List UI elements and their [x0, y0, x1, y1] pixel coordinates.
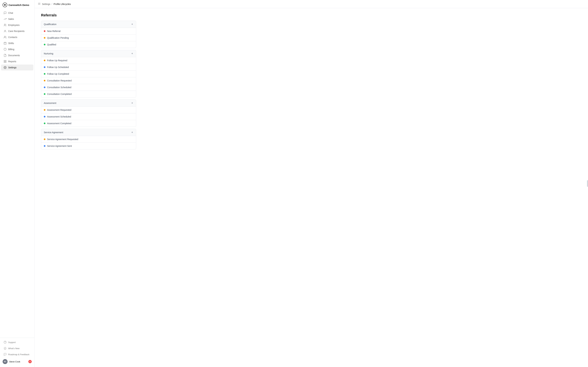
list-item[interactable]: Assessment Requested — [41, 107, 136, 113]
status-dot — [44, 116, 45, 117]
section-add-button-assessment[interactable]: + — [131, 101, 133, 105]
sidebar-item-documents[interactable]: Documents — [1, 52, 33, 58]
sidebar-item-care-recipients-label: Care Recipients — [8, 30, 25, 33]
billing-icon — [4, 48, 7, 51]
main-content: Settings / Profile Lifecycles Referrals … — [35, 0, 588, 367]
status-item-label: Service Agreement Requested — [47, 138, 78, 141]
list-item[interactable]: Follow Up Completed — [41, 71, 136, 77]
status-item-label: Consultation Scheduled — [47, 86, 71, 89]
sidebar-item-roadmap[interactable]: Roadmap & Feedback — [1, 351, 33, 357]
sidebar-item-reports[interactable]: Reports — [1, 58, 33, 64]
sidebar-bottom: Support What's New Roadmap & Feedback SC… — [0, 338, 34, 367]
page-title: Referrals — [41, 13, 581, 17]
sidebar-item-employees[interactable]: Employees — [1, 22, 33, 28]
section-header-nurturing: Nurturing+ — [41, 50, 136, 57]
sidebar-item-sales[interactable]: Sales — [1, 16, 33, 22]
breadcrumb-separator: / — [52, 3, 52, 5]
section-header-service-agreement: Service Agreement+ — [41, 129, 136, 136]
svg-point-15 — [5, 67, 6, 68]
status-dot — [44, 80, 45, 81]
sidebar-item-sales-label: Sales — [8, 18, 14, 20]
sidebar-item-shifts-label: Shifts — [8, 42, 14, 45]
section-add-button-service-agreement[interactable]: + — [131, 131, 133, 134]
status-item-label: Qualified — [47, 43, 56, 46]
sidebar-item-contacts-label: Contacts — [8, 36, 17, 39]
status-dot — [44, 138, 45, 140]
breadcrumb-settings[interactable]: Settings — [42, 3, 50, 5]
list-item[interactable]: Consultation Completed — [41, 91, 136, 98]
content-area: Referrals Qualification+New ReferralQual… — [35, 8, 588, 367]
status-dot — [44, 30, 45, 32]
sidebar-item-billing[interactable]: Billing — [1, 46, 33, 52]
sidebar-item-support-label: Support — [8, 341, 16, 343]
svg-rect-4 — [4, 42, 6, 45]
notification-badge: 8 — [28, 360, 32, 363]
resize-handle[interactable] — [587, 180, 588, 187]
sidebar-item-whats-new-label: What's New — [8, 347, 19, 350]
sidebar-item-roadmap-label: Roadmap & Feedback — [8, 353, 29, 356]
sidebar-item-chat[interactable]: Chat — [1, 10, 33, 16]
svg-rect-13 — [5, 62, 6, 63]
user-profile-row[interactable]: SC Steve Cook 8 — [0, 358, 34, 366]
sidebar-item-settings[interactable]: Settings — [1, 65, 33, 70]
svg-point-3 — [4, 36, 5, 37]
status-item-label: Consultation Completed — [47, 93, 71, 95]
sidebar-item-billing-label: Billing — [8, 48, 14, 51]
employees-icon — [4, 24, 7, 26]
sidebar-item-support[interactable]: Support — [1, 339, 33, 345]
section-header-assessment: Assessment+ — [41, 100, 136, 107]
svg-point-2 — [5, 30, 6, 31]
section-title-nurturing: Nurturing — [44, 52, 53, 55]
topbar: Settings / Profile Lifecycles — [35, 0, 588, 8]
app-logo[interactable]: Careswitch Demo — [0, 0, 34, 9]
sidebar-item-whats-new[interactable]: What's New — [1, 345, 33, 351]
shifts-icon — [4, 42, 7, 45]
svg-rect-14 — [4, 62, 5, 63]
list-item[interactable]: Consultation Scheduled — [41, 84, 136, 91]
app-name: Careswitch Demo — [9, 4, 29, 6]
list-item[interactable]: Assessment Scheduled — [41, 113, 136, 120]
list-item[interactable]: Qualification Pending — [41, 34, 136, 41]
list-item[interactable]: Consultation Requested — [41, 77, 136, 84]
status-item-label: Assessment Requested — [47, 109, 71, 111]
section-add-button-qualification[interactable]: + — [131, 23, 133, 26]
roadmap-icon — [4, 353, 7, 356]
svg-marker-18 — [4, 347, 6, 350]
list-item[interactable]: Follow Up Scheduled — [41, 64, 136, 71]
chat-icon — [4, 11, 7, 14]
sidebar-item-documents-label: Documents — [8, 54, 20, 57]
status-dot — [44, 123, 45, 124]
svg-rect-11 — [4, 60, 5, 61]
sidebar-nav: Chat Sales Employees Care Recipients Con… — [0, 9, 34, 338]
status-dot — [44, 93, 45, 95]
whats-new-icon — [4, 347, 7, 350]
list-item[interactable]: New Referral — [41, 28, 136, 34]
support-icon — [4, 341, 7, 344]
list-item[interactable]: Assessment Completed — [41, 120, 136, 127]
list-item[interactable]: Follow Up Required — [41, 57, 136, 64]
list-item[interactable]: Qualified — [41, 41, 136, 48]
status-dot — [44, 44, 45, 45]
sales-icon — [4, 17, 7, 20]
status-dot — [44, 145, 45, 147]
sidebar-item-care-recipients[interactable]: Care Recipients — [1, 28, 33, 34]
sidebar-item-employees-label: Employees — [8, 24, 19, 26]
user-name: Steve Cook — [9, 360, 27, 363]
sidebar-item-shifts[interactable]: Shifts — [1, 40, 33, 46]
status-item-label: Consultation Requested — [47, 79, 71, 82]
status-item-label: Assessment Completed — [47, 122, 71, 125]
lifecycle-container: Qualification+New ReferralQualification … — [41, 21, 136, 150]
section-add-button-nurturing[interactable]: + — [131, 52, 133, 55]
status-item-label: Follow Up Required — [47, 59, 67, 62]
status-dot — [44, 37, 45, 39]
status-dot — [44, 73, 45, 75]
avatar: SC — [3, 359, 8, 364]
sidebar-item-contacts[interactable]: Contacts — [1, 34, 33, 40]
list-item[interactable]: Service Agreement Sent — [41, 143, 136, 150]
status-dot — [44, 66, 45, 68]
list-item[interactable]: Service Agreement Requested — [41, 136, 136, 143]
breadcrumb-current: Profile Lifecycles — [53, 3, 71, 5]
menu-icon[interactable] — [38, 2, 41, 6]
status-item-label: Follow Up Completed — [47, 73, 69, 75]
svg-rect-12 — [5, 60, 6, 61]
